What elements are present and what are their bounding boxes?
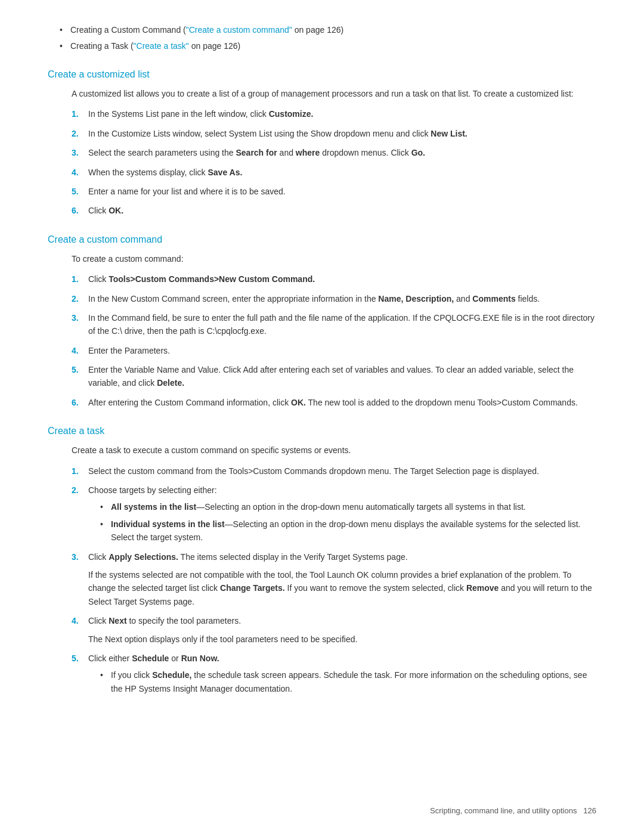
section1-step-3: 3. Select the search parameters using th…	[72, 146, 596, 159]
section2-step-5-text: Enter the Variable Name and Value. Click…	[88, 365, 574, 388]
step-num: 4.	[72, 344, 79, 357]
section3-step-2: 2. Choose targets by selecting either: A…	[72, 484, 596, 544]
section3-step-1-text: Select the custom command from the Tools…	[88, 466, 539, 476]
section3-step-2-subbullets: All systems in the list—Selecting an opt…	[88, 500, 596, 544]
sub-bullet-individual-systems: Individual systems in the list—Selecting…	[100, 518, 596, 544]
bold-text: OK.	[291, 398, 306, 407]
step-num: 2.	[72, 484, 79, 497]
section2-step-4: 4. Enter the Parameters.	[72, 344, 596, 357]
bold-text: Name, Description,	[378, 294, 454, 304]
section2-step-2: 2. In the New Custom Command screen, ent…	[72, 292, 596, 305]
section3-step-5-subbullets: If you click Schedule, the schedule task…	[88, 668, 596, 695]
section1-step-6-text: Click OK.	[88, 206, 123, 215]
section1-step-6: 6. Click OK.	[72, 204, 596, 217]
intro-bullet-2: Creating a Task ("Create a task" on page…	[60, 40, 596, 52]
section2-step-6-text: After entering the Custom Command inform…	[88, 398, 578, 407]
bold-text: Tools>Custom Commands>New Custom Command…	[109, 274, 315, 284]
section2-step-2-text: In the New Custom Command screen, enter …	[88, 294, 540, 304]
section3-steps: 1. Select the custom command from the To…	[48, 465, 596, 695]
section3-step-3-note: If the systems selected are not compatib…	[88, 568, 596, 608]
section2-step-3: 3. In the Command field, be sure to ente…	[72, 311, 596, 338]
section2-heading: Create a custom command	[48, 234, 596, 245]
section3-intro: Create a task to execute a custom comman…	[48, 444, 596, 457]
section1-step-5: 5. Enter a name for your list and where …	[72, 185, 596, 198]
bold-text: All systems in the list	[111, 502, 196, 512]
section3-step-4-text: Click Next to specify the tool parameter…	[88, 616, 241, 625]
bold-text: Delete.	[157, 378, 184, 388]
bold-text: Save As.	[208, 168, 242, 177]
page-footer: Scripting, command line, and utility opt…	[430, 806, 596, 815]
step-num: 6.	[72, 204, 79, 217]
section3-step-4-note: The Next option displays only if the too…	[88, 633, 596, 646]
section1-step-4: 4. When the systems display, click Save …	[72, 166, 596, 179]
bold-text: Apply Selections.	[109, 552, 178, 562]
intro-bullet-list: Creating a Custom Command ("Create a cus…	[48, 24, 596, 52]
step-num: 3.	[72, 146, 79, 159]
section3-step-3-text: Click Apply Selections. The items select…	[88, 552, 408, 562]
bold-text: where	[296, 148, 320, 157]
bold-text: New List.	[431, 129, 467, 138]
step-num: 1.	[72, 107, 79, 120]
section3-heading: Create a task	[48, 426, 596, 436]
section1-step-2: 2. In the Customize Lists window, select…	[72, 127, 596, 140]
sub-bullet-all-systems: All systems in the list—Selecting an opt…	[100, 500, 596, 513]
step-num: 4.	[72, 166, 79, 179]
section3-step-1: 1. Select the custom command from the To…	[72, 465, 596, 478]
section1-intro: A customized list allows you to create a…	[48, 87, 596, 100]
section2-step-1: 1. Click Tools>Custom Commands>New Custo…	[72, 272, 596, 286]
section1-step-1: 1. In the Systems List pane in the left …	[72, 107, 596, 120]
section2-step-3-text: In the Command field, be sure to enter t…	[88, 313, 595, 336]
section2-step-5: 5. Enter the Variable Name and Value. Cl…	[72, 363, 596, 390]
section3-step-5-text: Click either Schedule or Run Now.	[88, 654, 219, 663]
step-num: 1.	[72, 272, 79, 286]
section3-step-4: 4. Click Next to specify the tool parame…	[72, 614, 596, 646]
section1-step-3-text: Select the search parameters using the S…	[88, 148, 425, 157]
step-num: 4.	[72, 614, 79, 627]
intro-bullet-2-after: on page 126)	[189, 41, 240, 51]
section2-step-4-text: Enter the Parameters.	[88, 346, 170, 355]
sub-bullet-schedule: If you click Schedule, the schedule task…	[100, 668, 596, 695]
bold-text: Next	[109, 616, 126, 625]
step-num: 3.	[72, 311, 79, 324]
step-num: 5.	[72, 185, 79, 198]
footer-page: 126	[583, 806, 596, 815]
section2-step-1-text: Click Tools>Custom Commands>New Custom C…	[88, 274, 315, 284]
section1-step-5-text: Enter a name for your list and where it …	[88, 187, 286, 196]
step-num: 5.	[72, 363, 79, 376]
bold-text: Remove	[466, 583, 499, 593]
bold-text: Schedule	[132, 654, 169, 663]
section1-step-2-text: In the Customize Lists window, select Sy…	[88, 129, 467, 138]
intro-bullet-1-text: Creating a Custom Command (	[70, 25, 186, 35]
bold-text: Go.	[411, 148, 425, 157]
step-num: 5.	[72, 652, 79, 665]
section3-step-3: 3. Click Apply Selections. The items sel…	[72, 550, 596, 609]
intro-bullet-1: Creating a Custom Command ("Create a cus…	[60, 24, 596, 36]
step-num: 6.	[72, 396, 79, 409]
bold-text: Run Now.	[181, 654, 219, 663]
bold-text: Search for	[236, 148, 277, 157]
section3-step-5: 5. Click either Schedule or Run Now. If …	[72, 652, 596, 695]
bold-text: Individual systems in the list	[111, 519, 225, 529]
bold-text: Schedule,	[152, 670, 191, 680]
section1-step-1-text: In the Systems List pane in the left win…	[88, 109, 313, 119]
step-num: 1.	[72, 465, 79, 478]
intro-bullet-1-link[interactable]: "Create a custom command"	[186, 25, 292, 35]
section2-steps: 1. Click Tools>Custom Commands>New Custo…	[48, 272, 596, 409]
step-num: 3.	[72, 550, 79, 563]
section1-heading: Create a customized list	[48, 69, 596, 80]
intro-bullet-1-after: on page 126)	[292, 25, 343, 35]
bold-text: Change Targets.	[220, 583, 285, 593]
bold-text: OK.	[109, 206, 123, 215]
section2-step-6: 6. After entering the Custom Command inf…	[72, 396, 596, 409]
section2-intro: To create a custom command:	[48, 252, 596, 265]
section1-steps: 1. In the Systems List pane in the left …	[48, 107, 596, 217]
section3-step-2-text: Choose targets by selecting either:	[88, 485, 217, 495]
step-num: 2.	[72, 292, 79, 305]
intro-bullet-2-link[interactable]: "Create a task"	[134, 41, 189, 51]
intro-bullet-2-text: Creating a Task (	[70, 41, 134, 51]
footer-text: Scripting, command line, and utility opt…	[430, 806, 577, 815]
bold-text: Customize.	[269, 109, 314, 119]
bold-text: Comments	[472, 294, 515, 304]
section1-step-4-text: When the systems display, click Save As.	[88, 168, 242, 177]
step-num: 2.	[72, 127, 79, 140]
